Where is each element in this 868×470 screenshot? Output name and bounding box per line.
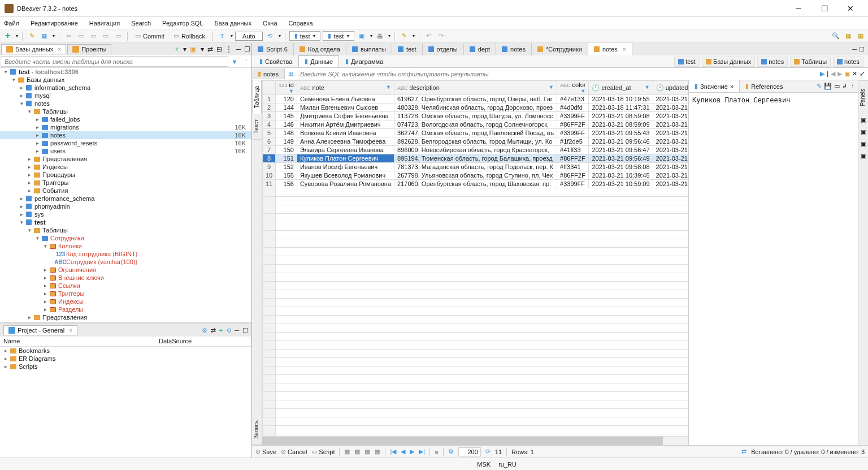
rpanel-icon-1[interactable]: ▣ (858, 114, 868, 126)
tb-redo-icon[interactable]: ↷ (436, 31, 446, 41)
first-page-icon[interactable]: |◀ (390, 448, 396, 455)
tree-item[interactable]: ▸sys (0, 210, 251, 218)
tree-item[interactable]: ▸users16K (0, 147, 251, 155)
rollback-button[interactable]: ▭ Rollback (170, 31, 209, 41)
editor-tab[interactable]: отделы (423, 43, 464, 55)
subtab[interactable]: ▮Диаграмма (339, 55, 389, 67)
editor-tab[interactable]: *Сотрудники (532, 43, 588, 55)
tree-item[interactable]: ▸password_resets16K (0, 139, 251, 147)
ed-min-icon[interactable]: ─ (852, 46, 857, 53)
new-sql-icon[interactable]: ✎ (27, 31, 37, 41)
table-row[interactable]: 7150Эльвира Сергеевна Иванова896009, Нов… (263, 146, 689, 154)
rpanel-icon-3[interactable]: ▣ (858, 138, 868, 150)
menu-nav[interactable]: Навигация (88, 19, 121, 28)
next-page-icon[interactable]: ▶ (410, 448, 414, 455)
maximize-button[interactable]: ☐ (811, 0, 837, 17)
tree-filter-icon[interactable]: ▣ (190, 45, 196, 53)
filter-hist-icon[interactable]: | (827, 70, 828, 77)
project-item[interactable]: ▸Scripts (0, 363, 251, 370)
perspective-icon-2[interactable]: ▦ (856, 31, 866, 41)
table-row[interactable]: 8151Куликов Платон Сергеевич895194, Тюме… (263, 154, 689, 163)
vtab-record[interactable]: Запись (252, 415, 262, 445)
tree-collapse-icon[interactable]: ⊟ (216, 45, 222, 53)
table-row[interactable]: 1120Семёнова Елена Львовна619627, Оренбу… (263, 95, 689, 104)
breadcrumb-item[interactable]: test (674, 57, 700, 67)
tree-item[interactable]: ▸Ограничения (0, 266, 251, 274)
tree-search-input[interactable] (1, 56, 228, 67)
tree-max-icon[interactable]: ☐ (244, 45, 250, 53)
minimize-button[interactable]: ─ (785, 0, 811, 17)
tree-item[interactable]: ABCСотрудник (varchar(100)) (0, 258, 251, 266)
col-header[interactable]: 123 id▼ (276, 81, 297, 95)
tb-print-icon[interactable]: 🖶 (375, 31, 385, 41)
tree-item[interactable]: ▸Представления (0, 155, 251, 163)
vtab-table[interactable]: Таблица (252, 80, 262, 114)
menu-search[interactable]: Search (129, 19, 153, 28)
tb-icon-4[interactable]: ▭ (113, 31, 123, 41)
prev-page-icon[interactable]: ◀ (401, 448, 405, 455)
zoom-icon[interactable]: 🔍 (831, 31, 841, 41)
value-content[interactable]: Куликов Платон Сергеевич (689, 93, 858, 445)
table-row[interactable]: 11156Суворова Розалина Романовна217060, … (263, 180, 689, 188)
sql-script-icon[interactable]: ▦ (39, 31, 49, 41)
proj-min-icon[interactable]: ─ (235, 327, 239, 334)
refresh-grid-icon[interactable]: ⟳ (485, 448, 491, 455)
tree-item[interactable]: ▸Ссылки (0, 282, 251, 290)
tree-item[interactable]: ▾notes (0, 100, 251, 107)
rvtab-panels[interactable]: Panels (858, 80, 868, 114)
editor-tab[interactable]: dept (464, 43, 496, 55)
menu-sql[interactable]: Редактор SQL (160, 19, 205, 28)
proj-link-icon[interactable]: ⇄ (211, 327, 216, 334)
tx-icon[interactable]: T (217, 31, 227, 41)
commit-button[interactable]: ▭ Commit (132, 31, 168, 41)
tab-databases[interactable]: Базы данных× (1, 44, 66, 54)
tree-item[interactable]: ▸Представления (0, 313, 251, 321)
table-row[interactable]: 9152Иванов Иосиф Евгеньевич781373, Магад… (263, 163, 689, 171)
tb-icon-3[interactable]: ▭ (101, 31, 111, 41)
project-item[interactable]: ▸Bookmarks (0, 347, 251, 355)
project-tree[interactable]: ▸Bookmarks▸ER Diagrams▸Scripts (0, 347, 251, 458)
tab-project-general[interactable]: Project - General× (3, 325, 77, 335)
breadcrumb-item[interactable]: notes (757, 57, 788, 67)
script-button[interactable]: ▭ Script (311, 448, 335, 455)
grid-icon-3[interactable]: ▦ (364, 448, 370, 455)
filter-next-icon[interactable]: ▶ (837, 70, 842, 77)
menu-edit[interactable]: Редактирование (29, 19, 80, 28)
tree-item[interactable]: ▸migrations16K (0, 123, 251, 131)
vtab-text[interactable]: Текст (252, 114, 262, 140)
project-item[interactable]: ▸ER Diagrams (0, 355, 251, 363)
breadcrumb-item[interactable]: Таблицы (790, 57, 831, 67)
filter-expr-icon[interactable]: ⊞ (285, 70, 297, 77)
table-row[interactable]: 10155Якушев Всеволод Романович267798, Ул… (263, 171, 689, 180)
tb-cloud-icon[interactable]: ▣ (357, 31, 367, 41)
menu-help[interactable]: Справка (287, 19, 315, 28)
datasource-select-2[interactable]: ▮ test ▾ (323, 31, 354, 41)
tb-edit-icon[interactable]: ✎ (399, 31, 409, 41)
editor-tab[interactable]: Script-6 (252, 43, 294, 55)
gear-icon[interactable]: ⚙ (448, 448, 454, 455)
datasource-select-1[interactable]: ▮ test ▾ (289, 31, 321, 41)
table-row[interactable]: 5148Волкова Ксения Ивановна362747, Омска… (263, 129, 689, 137)
tree-item[interactable]: ▸performance_schema (0, 195, 251, 202)
table-row[interactable]: 4146Никитин Артём Дмитриевич074723, Воло… (263, 120, 689, 129)
tree-item[interactable]: ▸Процедуры (0, 171, 251, 179)
tree-item[interactable]: ▾Колонки (0, 242, 251, 250)
tree-min-icon[interactable]: ─ (236, 45, 241, 53)
editor-tab[interactable]: notes× (588, 43, 632, 55)
database-tree[interactable]: ▾test - localhost:3306▾Базы данных▸infor… (0, 68, 251, 322)
col-header[interactable]: ABC note▼ (297, 81, 394, 95)
tree-item[interactable]: ▸information_schema (0, 84, 251, 92)
col-header[interactable]: ABC description▼ (394, 81, 557, 95)
rtab-references[interactable]: ▮References (740, 80, 788, 92)
ed-max-icon[interactable]: ☐ (859, 46, 865, 53)
tree-menu-icon[interactable]: ⋮ (225, 45, 232, 53)
menu-file[interactable]: Файл (2, 19, 21, 28)
new-connection-icon[interactable]: ✚ (2, 31, 12, 41)
filter-clear-icon[interactable]: ✕ (852, 70, 857, 77)
filter-menu-icon[interactable]: ⋮ (240, 55, 251, 67)
menu-db[interactable]: База данных (212, 19, 253, 28)
proj-gear-icon[interactable]: ⚙ (202, 327, 207, 334)
close-button[interactable]: ✕ (837, 0, 863, 17)
tree-item[interactable]: ▸Индексы (0, 163, 251, 171)
rpanel-save-icon[interactable]: 💾 (824, 83, 832, 90)
